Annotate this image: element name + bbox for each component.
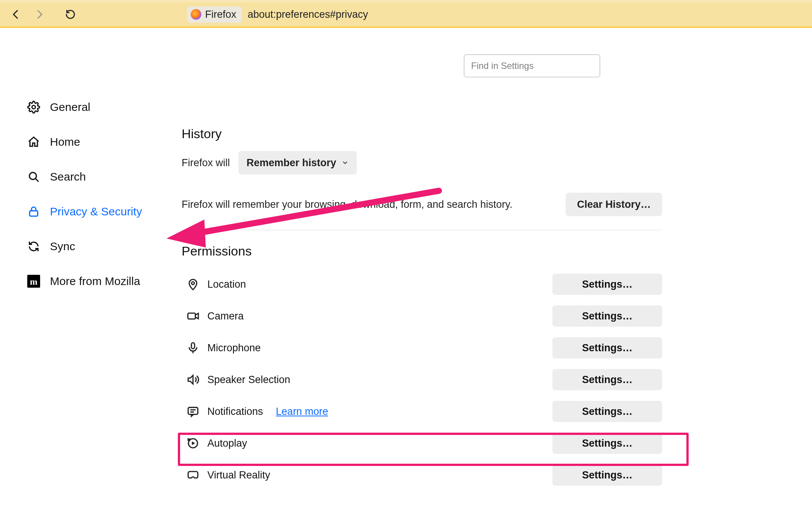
search-icon [27, 170, 45, 183]
svg-marker-6 [195, 313, 198, 319]
address-bar[interactable]: Firefox about:preferences#privacy [187, 6, 368, 23]
permission-label: Virtual Reality [207, 469, 270, 481]
history-prefix-label: Firefox will [182, 157, 230, 169]
permission-row-autoplay: Autoplay Settings… [182, 427, 662, 459]
permission-label: Speaker Selection [207, 374, 290, 386]
permission-label: Camera [207, 310, 244, 322]
firefox-icon [191, 9, 201, 20]
sync-icon [27, 240, 45, 253]
microphone-icon [185, 340, 201, 355]
sidebar-item-label: More from Mozilla [50, 275, 140, 288]
sidebar-item-label: Sync [50, 240, 75, 253]
location-settings-button[interactable]: Settings… [552, 274, 662, 295]
svg-marker-9 [188, 375, 193, 384]
svg-point-1 [30, 173, 36, 179]
permission-row-camera: Camera Settings… [182, 300, 662, 332]
home-icon [27, 136, 45, 148]
address-app-chip: Firefox [187, 6, 242, 23]
svg-line-2 [36, 179, 39, 182]
autoplay-icon [185, 436, 201, 451]
sidebar: General Home Search Privacy & Security S [0, 43, 182, 511]
permission-row-microphone: Microphone Settings… [182, 332, 662, 364]
permission-label: Notifications [207, 406, 263, 418]
main-content: History Firefox will Remember history Fi… [182, 43, 812, 511]
address-url: about:preferences#privacy [248, 9, 368, 20]
permission-row-notifications: Notifications Learn more Settings… [182, 396, 662, 427]
history-heading: History [182, 126, 662, 141]
svg-marker-14 [192, 441, 195, 445]
permission-label: Autoplay [207, 438, 247, 449]
sidebar-item-search[interactable]: Search [27, 162, 182, 192]
sidebar-item-label: Home [50, 136, 80, 148]
svg-point-4 [191, 282, 194, 284]
history-mode-select[interactable]: Remember history [238, 151, 357, 174]
svg-rect-10 [188, 407, 198, 414]
back-button[interactable] [7, 5, 25, 23]
sidebar-item-mozilla[interactable]: m More from Mozilla [27, 266, 182, 296]
history-description: Firefox will remember your browsing, dow… [182, 199, 512, 210]
microphone-settings-button[interactable]: Settings… [552, 337, 662, 358]
permission-row-vr: Virtual Reality Settings… [182, 459, 662, 491]
svg-rect-7 [191, 343, 195, 349]
camera-icon [185, 308, 201, 324]
notifications-settings-button[interactable]: Settings… [552, 401, 662, 422]
svg-point-0 [32, 105, 35, 109]
clear-history-button[interactable]: Clear History… [566, 193, 662, 216]
notifications-learn-more-link[interactable]: Learn more [276, 406, 328, 418]
reload-button[interactable] [61, 5, 79, 23]
settings-search-input[interactable] [464, 55, 600, 77]
vr-settings-button[interactable]: Settings… [552, 464, 662, 486]
sidebar-item-label: General [50, 101, 90, 114]
permissions-heading: Permissions [182, 244, 662, 259]
browser-toolbar: Firefox about:preferences#privacy [0, 0, 812, 28]
svg-rect-3 [30, 211, 37, 216]
notifications-icon [185, 404, 201, 419]
permission-label: Location [207, 279, 246, 290]
chevron-down-icon [342, 157, 348, 169]
forward-button[interactable] [30, 5, 48, 23]
gear-icon [27, 101, 45, 114]
location-icon [185, 277, 201, 292]
autoplay-settings-button[interactable]: Settings… [552, 433, 662, 454]
permission-row-location: Location Settings… [182, 268, 662, 300]
history-mode-value: Remember history [247, 157, 336, 169]
sidebar-item-privacy[interactable]: Privacy & Security [27, 197, 182, 226]
mozilla-icon: m [27, 275, 45, 288]
sidebar-item-sync[interactable]: Sync [27, 232, 182, 261]
sidebar-item-general[interactable]: General [27, 92, 182, 122]
speaker-settings-button[interactable]: Settings… [552, 369, 662, 390]
sidebar-item-label: Search [50, 170, 86, 183]
permission-label: Microphone [207, 342, 261, 354]
vr-icon [185, 467, 201, 483]
sidebar-item-label: Privacy & Security [50, 205, 142, 218]
camera-settings-button[interactable]: Settings… [552, 305, 662, 327]
section-separator [182, 230, 662, 230]
permission-row-speaker: Speaker Selection Settings… [182, 364, 662, 396]
speaker-icon [185, 372, 201, 387]
address-app-label: Firefox [205, 9, 236, 20]
lock-icon [27, 205, 45, 218]
svg-rect-5 [188, 313, 196, 319]
sidebar-item-home[interactable]: Home [27, 127, 182, 157]
